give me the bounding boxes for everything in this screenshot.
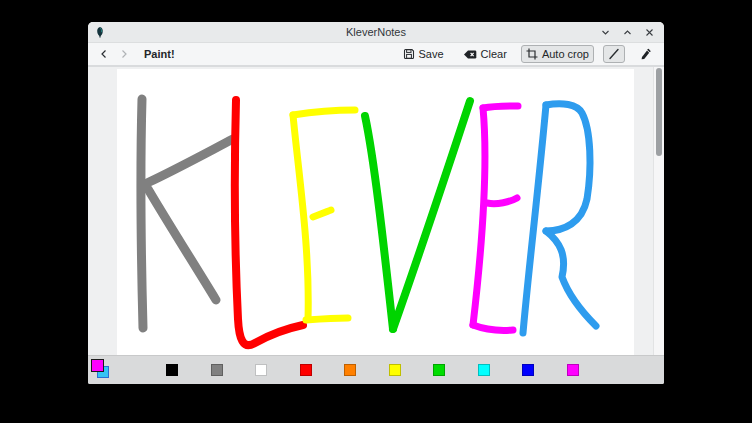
swatch-row [88,364,579,376]
auto-crop-button[interactable]: Auto crop [521,45,594,63]
foreground-color-swatch [91,359,104,372]
window-controls [599,22,656,42]
chevron-left-icon [99,49,109,59]
stroke-letter-K [141,99,143,328]
close-button[interactable] [643,26,656,39]
color-swatch-magenta[interactable] [567,364,579,376]
chevron-up-icon [623,28,632,37]
marker-tool-button[interactable] [634,45,656,63]
app-icon [94,26,106,38]
color-swatch-gray[interactable] [211,364,223,376]
window-title: KleverNotes [88,26,664,38]
drawing-klever [117,69,634,359]
titlebar[interactable]: KleverNotes [88,22,664,43]
color-swatch-white[interactable] [255,364,267,376]
scrollbar-thumb[interactable] [656,68,662,156]
minimize-button[interactable] [599,26,612,39]
stroke-letter-E [306,318,348,320]
pen-line-icon [608,48,620,60]
color-swatch-orange[interactable] [344,364,356,376]
color-palette-bar [88,355,664,384]
stroke-letter-E [293,110,355,115]
clear-icon [463,49,477,60]
stroke-letter-E2 [483,106,518,108]
color-swatch-red[interactable] [300,364,312,376]
close-icon [645,28,654,37]
color-swatch-black[interactable] [166,364,178,376]
forward-button[interactable] [116,46,132,62]
chevron-down-icon [601,28,610,37]
save-button[interactable]: Save [398,45,449,63]
clear-label: Clear [481,48,507,60]
paint-canvas[interactable] [117,69,634,359]
stroke-letter-R [546,104,590,231]
content-area [88,67,664,355]
vertical-scrollbar[interactable] [653,67,664,355]
stroke-letter-K [147,139,233,183]
color-swatch-yellow[interactable] [389,364,401,376]
auto-crop-label: Auto crop [542,48,589,60]
toolbar: Paint! Save Clear [88,43,664,67]
stroke-letter-E2 [487,198,517,204]
page-title: Paint! [144,48,175,60]
draw-tool-button[interactable] [603,45,625,63]
stroke-letter-R [546,231,596,326]
color-swatch-cyan[interactable] [478,364,490,376]
chevron-right-icon [119,49,129,59]
toolbar-left: Paint! [96,46,175,62]
klevernotes-window: KleverNotes [88,22,664,384]
color-swatch-blue[interactable] [522,364,534,376]
crop-icon [526,48,538,60]
stroke-letter-E [293,115,308,319]
stroke-letter-E [313,210,331,217]
color-swatch-green[interactable] [433,364,445,376]
stroke-letter-E2 [473,325,513,330]
back-button[interactable] [96,46,112,62]
save-icon [403,48,415,60]
stroke-letter-V [393,101,470,329]
maximize-button[interactable] [621,26,634,39]
clear-button[interactable]: Clear [458,45,512,63]
current-color-indicator[interactable] [91,359,112,380]
stroke-letter-R [523,105,546,333]
save-label: Save [419,48,444,60]
stroke-letter-K [148,189,216,300]
marker-pen-icon [639,48,651,60]
stroke-letter-V [365,116,393,329]
stroke-letter-E2 [473,108,485,325]
toolbar-right: Save Clear Auto crop [398,45,656,63]
desktop-background: { "titlebar": { "title": "KleverNotes" }… [0,0,752,423]
